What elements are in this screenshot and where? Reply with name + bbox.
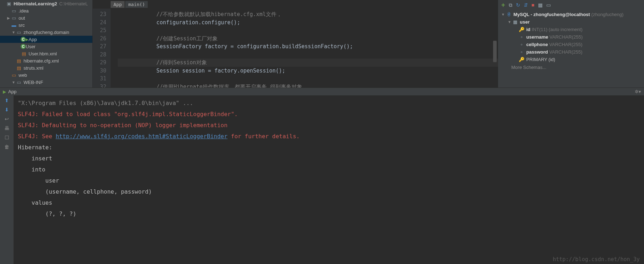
database-icon: 🛢 xyxy=(506,12,512,17)
run-indicator-icon: ▶ xyxy=(3,89,6,94)
runnable-icon: ▶ xyxy=(26,38,29,41)
xml-icon: ▤ xyxy=(21,51,27,56)
column-username[interactable]: ▫username VARCHAR(255) xyxy=(501,33,642,41)
refresh-icon[interactable]: ↻ xyxy=(516,2,520,8)
tree-item-src[interactable]: ▬ src xyxy=(0,21,92,29)
index-node[interactable]: 🔑 PRIMARY (id) xyxy=(501,56,642,63)
column-password[interactable]: ▫password VARCHAR(255) xyxy=(501,48,642,56)
column-icon: ▫ xyxy=(518,34,525,40)
trash-icon[interactable]: 🗑 xyxy=(4,144,9,150)
breadcrumb: App main() xyxy=(93,0,498,9)
folder-icon: ▭ xyxy=(11,8,17,14)
tree-arrow-icon: ▼ xyxy=(11,30,16,34)
column-id[interactable]: 🔑id INT(11) (auto increment) xyxy=(501,26,642,33)
key-icon: 🔑 xyxy=(518,57,525,62)
tree-arrow-icon: ▶ xyxy=(6,16,11,20)
clear-icon[interactable]: ☐ xyxy=(5,135,9,140)
column-icon: ▫ xyxy=(518,42,525,47)
scroll-up-icon[interactable]: ⬆ xyxy=(5,98,9,103)
copy-icon[interactable]: ⧉ xyxy=(509,2,512,8)
sync-icon[interactable]: ⇵ xyxy=(524,2,528,8)
project-icon: ▣ xyxy=(6,1,12,6)
console-output[interactable]: "X:\Program Files (x86)\Java\jdk1.7.0\bi… xyxy=(14,95,644,264)
tree-item-web-inf[interactable]: ▼▭ WEB-INF xyxy=(0,79,92,86)
run-tab-bar: ▶ App ✲▾ xyxy=(0,88,644,95)
tree-item-out[interactable]: ▶▭ out xyxy=(0,14,92,21)
class-icon: C xyxy=(21,44,26,49)
table-node[interactable]: ▼ ▦ user xyxy=(501,18,642,26)
project-root[interactable]: ▣ HibernateLearning2 C:\HibernateL xyxy=(0,0,92,7)
tree-item-user-hbm-xml[interactable]: ▤ User.hbm.xml xyxy=(0,50,92,57)
chevron-down-icon: ▼ xyxy=(508,20,512,24)
slf4j-link[interactable]: http://www.slf4j.org/codes.html#StaticLo… xyxy=(56,133,228,140)
stop-icon[interactable]: ■ xyxy=(532,2,534,8)
web-folder-icon: ▭ xyxy=(11,73,17,78)
xml-icon: ▤ xyxy=(16,65,22,71)
scroll-down-icon[interactable]: ⬇ xyxy=(5,107,9,113)
table-view-icon[interactable]: ▦ xyxy=(538,2,543,8)
run-config-label[interactable]: App xyxy=(8,89,16,94)
source-folder-icon: ▬ xyxy=(11,23,17,28)
line-gutter: 23 24 25 26 27 28 29 30 31 32 xyxy=(93,9,111,88)
chevron-down-icon: ▼ xyxy=(501,13,506,16)
tree-arrow-icon: ▼ xyxy=(11,80,16,84)
class-icon: C xyxy=(21,37,26,42)
tree-item-zhongfucheng-domain[interactable]: ▼▭ zhongfucheng.domain xyxy=(0,29,92,36)
tree-item-user[interactable]: C User xyxy=(0,43,92,50)
add-datasource-icon[interactable]: + xyxy=(501,1,505,9)
database-panel: + ⧉ ↻ ⇵ ■ ▦ ▭ ▼ 🛢 MySQL - zhongfucheng@l… xyxy=(498,0,644,88)
console-toolbar: ⬆ ⬇ ↩ 🖶 ☐ 🗑 xyxy=(0,95,14,264)
column-icon: ▫ xyxy=(518,49,525,55)
package-icon: ▭ xyxy=(16,30,22,35)
table-icon: ▦ xyxy=(512,19,518,25)
folder-icon: ▭ xyxy=(11,15,17,21)
tree-item-app[interactable]: C ▶ App xyxy=(0,36,92,43)
column-cellphone[interactable]: ▫cellphone VARCHAR(255) xyxy=(501,41,642,48)
breadcrumb-class[interactable]: App xyxy=(111,1,125,8)
more-schemas[interactable]: More Schemas... xyxy=(501,63,642,71)
key-column-icon: 🔑 xyxy=(518,27,525,32)
xml-icon: ▤ xyxy=(16,58,22,64)
editor: App main() 23 24 25 26 27 28 29 30 31 32… xyxy=(93,0,498,88)
editor-scrollbar[interactable] xyxy=(493,41,497,62)
gear-icon[interactable]: ✲▾ xyxy=(635,89,641,94)
folder-icon: ▭ xyxy=(16,80,22,85)
tree-item-struts-xml[interactable]: ▤ struts.xml xyxy=(0,64,92,71)
tree-item--idea[interactable]: ▭ .idea xyxy=(0,7,92,14)
soft-wrap-icon[interactable]: ↩ xyxy=(5,116,9,122)
print-icon[interactable]: 🖶 xyxy=(4,125,9,131)
code-content[interactable]: //不给参数就默认加载hibernate.cfg.xml文件， configur… xyxy=(111,9,498,88)
datasource-node[interactable]: ▼ 🛢 MySQL - zhongfucheng@localhost (zhon… xyxy=(501,11,642,18)
watermark: http://blog.csdn.net/hon_3y xyxy=(553,256,640,263)
project-tree: ▣ HibernateLearning2 C:\HibernateL ▭ .id… xyxy=(0,0,93,88)
tree-item-hibernate-cfg-xml[interactable]: ▤ hibernate.cfg.xml xyxy=(0,57,92,64)
tree-item-web[interactable]: ▭ web xyxy=(0,71,92,79)
query-console-icon[interactable]: ▭ xyxy=(546,2,551,8)
database-toolbar: + ⧉ ↻ ⇵ ■ ▦ ▭ xyxy=(498,0,644,10)
breadcrumb-method[interactable]: main() xyxy=(125,1,148,8)
